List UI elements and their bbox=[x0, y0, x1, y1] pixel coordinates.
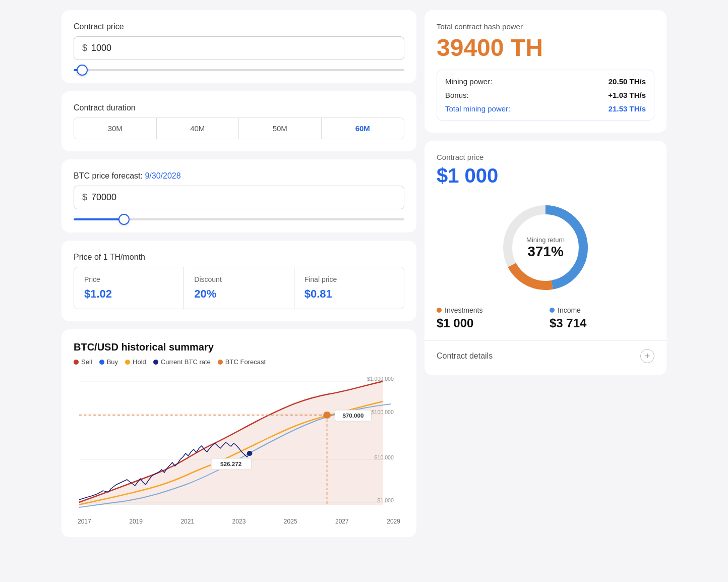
btc-forecast-label: BTC price forecast: 9/30/2028 bbox=[74, 171, 404, 181]
contract-details-expand-icon[interactable]: + bbox=[640, 349, 654, 363]
discount-value: 20% bbox=[194, 287, 283, 301]
tab-30m[interactable]: 30M bbox=[74, 118, 157, 139]
contract-price-input-box: $ 1000 bbox=[74, 36, 404, 60]
legend-dot-buy bbox=[99, 360, 104, 365]
mining-power-label: Mining power: bbox=[445, 77, 492, 86]
invest-income-grid: Investments $1 000 Income $3 714 bbox=[437, 306, 654, 330]
total-mining-row: Total mining power: 21.53 TH/s bbox=[445, 104, 646, 113]
contract-price-right-value: $1 000 bbox=[437, 164, 654, 187]
th-price-label: Price of 1 TH/month bbox=[74, 253, 404, 262]
donut-chart: Mining return 371% bbox=[495, 197, 596, 298]
bonus-label: Bonus: bbox=[445, 91, 469, 99]
chart-annotation-text-current: $26.272 bbox=[220, 461, 241, 467]
final-value: $0.81 bbox=[305, 287, 394, 301]
svg-text:$1.000.000: $1.000.000 bbox=[367, 376, 394, 382]
chart-fill-area bbox=[79, 381, 383, 505]
legend-dot-hold bbox=[125, 360, 130, 365]
price-cell-price: Price $1.02 bbox=[74, 267, 184, 309]
contract-price-right-label: Contract price bbox=[437, 153, 654, 161]
legend-dot-btc-forecast bbox=[218, 360, 223, 365]
total-mining-label: Total mining power: bbox=[445, 104, 510, 113]
btc-price-currency: $ bbox=[82, 192, 87, 203]
legend-hold: Hold bbox=[125, 358, 146, 366]
legend-dot-sell bbox=[74, 360, 79, 365]
hash-power-title: Total contract hash power bbox=[437, 22, 654, 31]
chart-annotation-text-forecast: $70.000 bbox=[342, 413, 363, 419]
x-label-2029: 2029 bbox=[387, 518, 400, 525]
chart-x-labels: 2017 2019 2021 2023 2025 2027 2029 bbox=[74, 518, 404, 525]
chart-legend: Sell Buy Hold Current BTC rate BTC Forec… bbox=[74, 358, 404, 366]
x-label-2025: 2025 bbox=[284, 518, 297, 525]
mining-power-row: Mining power: 20.50 TH/s bbox=[445, 77, 646, 86]
price-cell-final: Final price $0.81 bbox=[294, 267, 404, 309]
discount-label: Discount bbox=[194, 275, 283, 283]
mining-power-value: 20.50 TH/s bbox=[609, 77, 646, 86]
price-grid: Price $1.02 Discount 20% Final price $0.… bbox=[74, 267, 404, 309]
btc-price-input-box: $ 70000 bbox=[74, 186, 404, 209]
price-value: $1.02 bbox=[84, 287, 173, 301]
btc-forecast-date: 9/30/2028 bbox=[145, 171, 180, 180]
legend-sell: Sell bbox=[74, 358, 92, 366]
contract-details-row[interactable]: Contract details + bbox=[437, 341, 654, 363]
income-value: $3 714 bbox=[550, 316, 654, 330]
tab-50m[interactable]: 50M bbox=[239, 118, 322, 139]
chart-current-dot bbox=[247, 451, 253, 456]
tab-40m[interactable]: 40M bbox=[157, 118, 239, 139]
legend-current-btc: Current BTC rate bbox=[153, 358, 211, 366]
income-dot bbox=[550, 308, 555, 313]
chart-title: BTC/USD historical summary bbox=[74, 341, 404, 353]
contract-price-right-card: Contract price $1 000 Mining return bbox=[424, 141, 666, 375]
contract-duration-section: Contract duration 30M 40M 50M 60M bbox=[62, 91, 416, 151]
contract-price-slider[interactable] bbox=[74, 69, 404, 71]
contract-details-label: Contract details bbox=[437, 352, 493, 361]
income-legend: Income bbox=[550, 306, 654, 314]
price-label: Price bbox=[84, 275, 173, 283]
x-label-2027: 2027 bbox=[335, 518, 349, 525]
x-label-2023: 2023 bbox=[232, 518, 246, 525]
donut-container: Mining return 371% Investments $1 000 bbox=[437, 197, 654, 330]
hash-power-card: Total contract hash power 39400 TH Minin… bbox=[424, 10, 666, 133]
th-price-section: Price of 1 TH/month Price $1.02 Discount… bbox=[62, 241, 416, 321]
investments-dot bbox=[437, 308, 442, 313]
legend-btc-forecast: BTC Forecast bbox=[218, 358, 266, 366]
contract-price-display: 1000 bbox=[91, 43, 111, 53]
investments-value: $1 000 bbox=[437, 316, 541, 330]
x-label-2021: 2021 bbox=[180, 518, 194, 525]
bonus-row: Bonus: +1.03 TH/s bbox=[445, 91, 646, 99]
income-cell: Income $3 714 bbox=[550, 306, 654, 330]
donut-center-value: 371% bbox=[526, 244, 565, 260]
chart-canvas: $1.000.000 $100.000 $10.000 $1.000 bbox=[74, 374, 404, 515]
duration-label: Contract duration bbox=[74, 103, 404, 112]
btc-price-slider[interactable] bbox=[74, 218, 404, 220]
mining-details-box: Mining power: 20.50 TH/s Bonus: +1.03 TH… bbox=[437, 70, 654, 121]
x-label-2017: 2017 bbox=[78, 518, 91, 525]
final-label: Final price bbox=[305, 275, 394, 283]
investments-cell: Investments $1 000 bbox=[437, 306, 541, 330]
price-cell-discount: Discount 20% bbox=[184, 267, 293, 309]
investments-label: Investments bbox=[445, 306, 482, 314]
contract-price-currency: $ bbox=[82, 43, 87, 53]
legend-buy: Buy bbox=[99, 358, 118, 366]
donut-center-label: Mining return bbox=[526, 236, 565, 244]
investments-legend: Investments bbox=[437, 306, 541, 314]
bonus-value: +1.03 TH/s bbox=[608, 91, 646, 99]
donut-center: Mining return 371% bbox=[526, 236, 565, 260]
duration-tabs: 30M 40M 50M 60M bbox=[74, 118, 404, 139]
total-mining-value: 21.53 TH/s bbox=[609, 104, 646, 113]
x-label-2019: 2019 bbox=[129, 518, 143, 525]
chart-svg: $1.000.000 $100.000 $10.000 $1.000 bbox=[74, 374, 404, 515]
contract-price-label: Contract price bbox=[74, 22, 404, 31]
tab-60m[interactable]: 60M bbox=[322, 118, 404, 139]
income-label: Income bbox=[558, 306, 581, 314]
hash-power-value: 39400 TH bbox=[437, 34, 654, 62]
legend-dot-current-btc bbox=[153, 360, 158, 365]
btc-chart-section: BTC/USD historical summary Sell Buy Hold… bbox=[62, 329, 416, 537]
btc-price-display: 70000 bbox=[91, 192, 116, 203]
